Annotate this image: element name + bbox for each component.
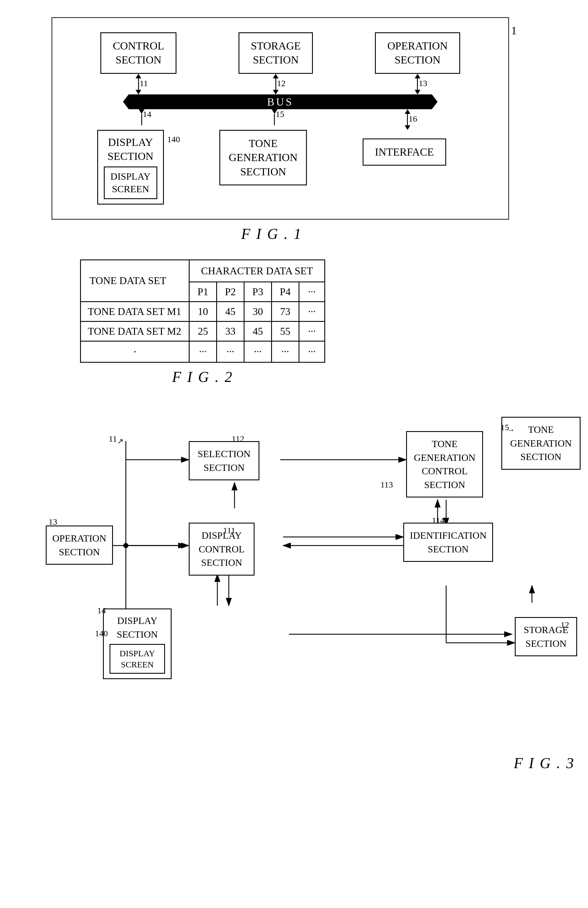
tone-gen-ctrl-box: TONEGENERATIONCONTROLSECTION <box>406 431 483 497</box>
fig2-wrapper: TONE DATA SET CHARACTER DATA SET P1 P2 P… <box>80 259 325 385</box>
fig2-header-char: CHARACTER DATA SET <box>189 260 325 282</box>
arrow-12: 12 <box>273 74 278 94</box>
storage-section-box: STORAGESECTION <box>239 32 313 74</box>
arrow-15-container: 15 <box>272 109 278 130</box>
fig2-m2-p2: 33 <box>217 321 244 341</box>
control-section-box: CONTROL SECTION <box>100 32 176 74</box>
bus-shape: BUS <box>123 94 438 109</box>
fig2-m1-p1: 10 <box>189 301 217 321</box>
fig2-row-dots: · ··· ··· ··· ··· ··· <box>81 341 325 362</box>
fig2-col-p3: P3 <box>244 282 272 301</box>
display-section-box-fig3: DISPLAYSECTION DISPLAYSCREEN <box>103 609 172 679</box>
tone-gen-section-box: TONEGENERATIONSECTION <box>219 130 307 185</box>
label-140: 140 <box>167 134 180 145</box>
fig2-m2-dots: ··· <box>299 321 325 341</box>
fig2-header-row: TONE DATA SET CHARACTER DATA SET <box>81 260 325 282</box>
display-screen-box-fig3: DISPLAYSCREEN <box>109 644 165 674</box>
label-111: 111 <box>223 525 235 535</box>
label-140-fig3: 140 <box>95 628 108 638</box>
fig2-m2-p1: 25 <box>189 321 217 341</box>
fig1-bottom-interface: INTERFACE <box>363 138 446 166</box>
fig2-m1-dots: ··· <box>299 301 325 321</box>
fig3-label: F I G . 3 <box>514 755 575 771</box>
fig2-col-dots: ··· <box>299 282 325 301</box>
label-12-fig3: 12 <box>561 620 569 629</box>
label-16: 16 <box>409 114 417 124</box>
label-14: 14 <box>143 109 151 119</box>
fig2-dots-dots: ··· <box>299 341 325 362</box>
fig1-bottom-row: DISPLAYSECTION 140 DISPLAYSCREEN TONEGEN… <box>69 130 491 204</box>
fig2-col-p1: P1 <box>189 282 217 301</box>
label-13: 13 <box>419 78 427 88</box>
label-11-fig3: 11 <box>109 434 117 444</box>
display-screen-box: DISPLAYSCREEN <box>104 166 157 199</box>
fig2-m1-p4: 73 <box>272 301 299 321</box>
arrow-16-container: 16 <box>405 109 410 130</box>
label-113: 113 <box>381 480 393 489</box>
fig2-m1-label: TONE DATA SET M1 <box>81 301 189 321</box>
label-15: 15 <box>276 109 284 119</box>
fig1-label: F I G . 1 <box>51 225 492 242</box>
fig2-m2-p4: 55 <box>272 321 299 341</box>
arrow-13: 13 <box>415 74 420 94</box>
interface-box: INTERFACE <box>363 138 446 166</box>
fig1-top-row: CONTROL SECTION 11 STORAGESECTION <box>69 32 491 94</box>
label-11: 11 <box>140 78 148 88</box>
fig2-m1-p3: 30 <box>244 301 272 321</box>
operation-section-box: OPERATIONSECTION <box>375 32 460 74</box>
display-section-box: DISPLAYSECTION 140 DISPLAYSCREEN <box>97 130 164 204</box>
fig1-top-item-control: CONTROL SECTION 11 <box>100 32 176 94</box>
label-112: 112 <box>232 434 244 444</box>
fig2-dots-label: · <box>81 341 189 362</box>
fig2-row-m2: TONE DATA SET M2 25 33 45 55 ··· <box>81 321 325 341</box>
fig1-bottom-display: DISPLAYSECTION 140 DISPLAYSCREEN <box>97 130 164 204</box>
fig1-bottom-arrows: 14 15 16 <box>69 109 491 130</box>
label-13-fig3: 13 <box>49 517 57 526</box>
label-14-fig3: 14 <box>97 605 106 615</box>
fig2-table: TONE DATA SET CHARACTER DATA SET P1 P2 P… <box>80 259 325 363</box>
label-114: 114 <box>432 515 445 525</box>
identification-box: IDENTIFICATIONSECTION <box>403 523 493 562</box>
tone-gen-top-box: TONEGENERATIONSECTION <box>501 417 580 470</box>
fig2-label: F I G . 2 <box>80 369 325 385</box>
fig1-border: 1 CONTROL SECTION 11 STORAGES <box>51 17 509 220</box>
fig2-col-p4: P4 <box>272 282 299 301</box>
fig2-m2-label: TONE DATA SET M2 <box>81 321 189 341</box>
fig1-bottom-tonegen: TONEGENERATIONSECTION <box>219 130 307 185</box>
fig2-dots-p2: ··· <box>217 341 244 362</box>
fig1-top-item-operation: OPERATIONSECTION 13 <box>375 32 460 94</box>
fig2-row-m1: TONE DATA SET M1 10 45 30 73 ··· <box>81 301 325 321</box>
fig1-diagram-number: 1 <box>511 24 517 37</box>
label-15-arrow: → <box>507 425 515 435</box>
bus-row: BUS <box>69 94 491 109</box>
fig2-dots-p4: ··· <box>272 341 299 362</box>
fig3-wrapper: TONEGENERATIONSECTION 15 → 11 ↗ SELECTIO… <box>46 402 588 752</box>
display-ctrl-box: DISPLAYCONTROLSECTION <box>189 523 255 576</box>
operation-section-box-fig3: OPERATIONSECTION <box>46 525 113 565</box>
arrow-11: 11 <box>136 74 141 94</box>
selection-section-box: SELECTIONSECTION <box>189 441 259 480</box>
fig2-dots-p3: ··· <box>244 341 272 362</box>
fig1-top-item-storage: STORAGESECTION 12 <box>239 32 313 94</box>
fig2-dots-p1: ··· <box>189 341 217 362</box>
arrow-14-container: 14 <box>139 109 145 130</box>
fig2-col-p2: P2 <box>217 282 244 301</box>
fig2-m1-p2: 45 <box>217 301 244 321</box>
fig2-header-tone: TONE DATA SET <box>81 260 189 301</box>
fig1-container: 1 CONTROL SECTION 11 STORAGES <box>51 17 509 242</box>
fig2-m2-p3: 45 <box>244 321 272 341</box>
label-12: 12 <box>277 78 285 88</box>
